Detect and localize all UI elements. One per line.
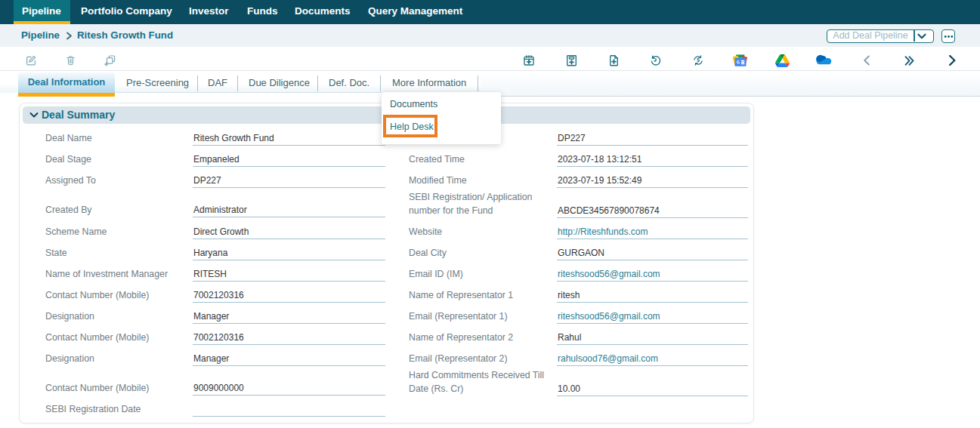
svg-text:$: $: [697, 57, 700, 63]
